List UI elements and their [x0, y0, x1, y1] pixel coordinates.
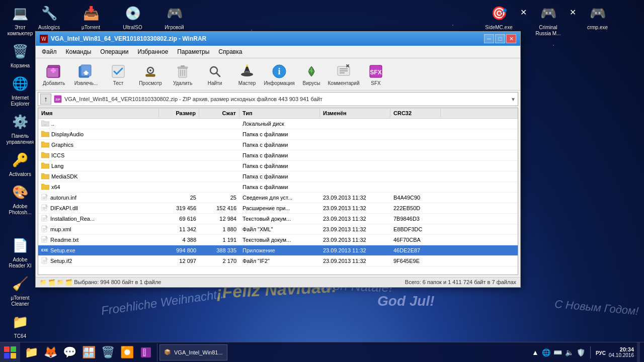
desktop-icon-activators[interactable]: 🔑 Activators — [4, 149, 36, 177]
file-row[interactable]: Installation_Rea... 69 616 12 984 Тексто… — [38, 214, 518, 224]
desktop-icon-criminal[interactable]: 🎮 Criminal Russia M... — [532, 3, 565, 37]
tray-volume[interactable]: 🔈 — [565, 348, 574, 356]
toolbar-sfx[interactable]: SFX SFX — [361, 60, 391, 88]
file-row[interactable]: Readme.txt 4 388 1 191 Текстовый докум..… — [38, 235, 518, 245]
toolbar-extract[interactable]: Извлечь... — [71, 60, 101, 88]
file-name-text: DIFxAPI.dll — [50, 205, 78, 211]
file-row[interactable]: mup.xml 11 342 1 880 Файл "XML" 23.09.20… — [38, 224, 518, 235]
menu-commands[interactable]: Команды — [62, 47, 96, 57]
menu-operations[interactable]: Операции — [96, 47, 132, 57]
cell-type: Папка с файлами — [239, 162, 320, 169]
tray-expand[interactable]: ▲ — [532, 348, 539, 356]
address-dropdown[interactable]: ▼ — [511, 97, 516, 102]
toolbar-add[interactable]: Добавить — [39, 60, 69, 88]
cell-modified: 23.09.2013 11:32 — [320, 226, 390, 233]
column-header-modified[interactable]: Изменён — [320, 109, 390, 117]
svg-rect-3 — [52, 68, 54, 73]
taskbar-icon-explorer[interactable]: 📁 — [22, 343, 40, 361]
file-row[interactable]: Setup.if2 12 097 2 170 Файл "IF2" 23.09.… — [38, 256, 518, 266]
toolbar-comment[interactable]: Комментарий — [329, 60, 359, 88]
cell-type: Локальный диск — [239, 120, 320, 127]
svg-point-20 — [241, 72, 253, 76]
file-row[interactable]: EXE Setup.exe 994 800 388 335 Приложение… — [38, 245, 518, 256]
svg-rect-54 — [43, 228, 47, 229]
bottom-left-icons-area: 📄 Adobe Reader XI 🧹 µTorrent Cleaner 📁 T… — [4, 235, 36, 339]
start-button[interactable] — [0, 342, 20, 363]
column-header-packed[interactable]: Сжат — [199, 109, 239, 117]
toolbar-delete[interactable]: Удалить — [168, 60, 198, 88]
column-header-crc[interactable]: CRC32 — [390, 109, 441, 117]
toolbar-find[interactable]: Найти — [200, 60, 230, 88]
file-row[interactable]: Lang Папка с файлами — [38, 161, 518, 171]
minimize-button[interactable]: ─ — [484, 34, 494, 43]
file-row[interactable]: .. .. Локальный диск — [38, 119, 518, 129]
clock[interactable]: 20:34 04.10.2016 — [609, 346, 634, 358]
desktop-icon-game[interactable]: 🎮 Игровой — [158, 3, 191, 31]
cell-name: Graphics — [38, 140, 159, 149]
menu-help[interactable]: Справка — [214, 47, 246, 57]
desktop-icon-utorrent[interactable]: 📥 µTorrent — [74, 3, 107, 31]
svg-rect-59 — [43, 239, 47, 239]
cell-size — [159, 144, 199, 145]
sfx-icon: SFX — [367, 62, 385, 80]
taskbar-icon-skype[interactable]: 💬 — [60, 343, 78, 361]
navigate-up-button[interactable]: ↑ — [40, 94, 51, 105]
file-row[interactable]: MediaSDK Папка с файлами — [38, 171, 518, 182]
taskbar-icon-rec[interactable]: ⏺️ — [118, 343, 136, 361]
desktop-icon-tc64[interactable]: 📁 TC64 — [4, 311, 36, 339]
tray-keyboard[interactable]: ⌨️ — [553, 348, 562, 356]
menu-favorites[interactable]: Избранное — [134, 47, 173, 57]
file-type-icon — [41, 172, 49, 180]
file-row[interactable]: autorun.inf 25 25 Сведения для уст... 23… — [38, 193, 518, 203]
desktop-icon-adobe-ps[interactable]: 🎨 Adobe Photosh... — [4, 182, 36, 216]
cell-packed — [199, 144, 239, 145]
desktop-icon-control-panel[interactable]: ⚙️ Панель управления — [4, 111, 36, 145]
desktop-icon-ultraiso[interactable]: 💿 UltraISO — [116, 3, 149, 31]
desktop-icon-ie[interactable]: 🌐 Internet Explorer — [4, 73, 36, 107]
column-header-name[interactable]: Имя — [38, 109, 159, 117]
utorrent-icon: 📥 — [80, 3, 102, 24]
toolbar-wizard[interactable]: Мастер — [232, 60, 262, 88]
menu-settings[interactable]: Параметры — [173, 47, 213, 57]
toolbar-test[interactable]: Тест — [103, 60, 133, 88]
desktop-icon-crmp[interactable]: 🎮 crmp.exe — [581, 3, 614, 31]
taskbar-icon-yandex[interactable]: 🦊 — [41, 343, 59, 361]
column-header-size[interactable]: Размер — [159, 109, 199, 117]
desktop-icon-utorrent-cleaner[interactable]: 🧹 µTorrent Cleaner — [4, 273, 36, 307]
tray-shield[interactable]: 🛡️ — [577, 348, 585, 356]
maximize-button[interactable]: □ — [495, 34, 505, 43]
toolbar-info[interactable]: i Информация — [264, 60, 294, 88]
menu-file[interactable]: Файл — [38, 47, 61, 57]
desktop-icon-sidemc[interactable]: 🎯 SideMC.exe — [482, 3, 515, 31]
cell-name: x64 — [38, 183, 159, 192]
taskbar-icon-winrar-app[interactable] — [137, 343, 155, 361]
taskbar-icon-trash[interactable]: 🗑️ — [99, 343, 117, 361]
file-row[interactable]: DIFxAPI.dll 319 456 152 416 Расширение п… — [38, 203, 518, 214]
cell-modified: 23.09.2013 11:32 — [320, 247, 390, 254]
cell-modified: 23.09.2013 11:32 — [320, 215, 390, 222]
cell-name: autorun.inf — [38, 193, 159, 202]
desktop-icon-recycle-bin[interactable]: 🗑️ Корзина — [4, 41, 36, 69]
tray-language[interactable]: РУС — [596, 348, 606, 356]
toolbar-virus[interactable]: Вирусы — [296, 60, 327, 88]
desktop-icon-auslogics[interactable]: 🔧 Auslogics — [33, 3, 65, 31]
cell-packed: 12 984 — [199, 215, 239, 222]
close-top-icon-2[interactable]: ✕ — [570, 8, 576, 17]
column-header-type[interactable]: Тип — [239, 109, 320, 117]
tray-network[interactable]: 🌐 — [542, 348, 550, 356]
taskbar-icon-windows[interactable]: 🪟 — [79, 343, 98, 361]
close-button[interactable]: ✕ — [506, 34, 516, 43]
close-top-icon-1[interactable]: ✕ — [520, 8, 527, 17]
show-desktop-button[interactable] — [637, 342, 640, 363]
cell-size: 11 342 — [159, 226, 199, 233]
svg-rect-56 — [43, 230, 45, 231]
desktop-icon-my-computer[interactable]: 💻 Этот компьютер — [4, 3, 36, 37]
cell-packed: 1 880 — [199, 226, 239, 233]
file-row[interactable]: x64 Папка с файлами — [38, 182, 518, 193]
file-row[interactable]: Graphics Папка с файлами — [38, 140, 518, 150]
desktop-icon-adobe-reader[interactable]: 📄 Adobe Reader XI — [4, 235, 36, 269]
file-row[interactable]: ICCS Папка с файлами — [38, 150, 518, 161]
toolbar-view[interactable]: Просмотр — [135, 60, 166, 88]
file-row[interactable]: DisplayAudio Папка с файлами — [38, 129, 518, 140]
taskbar-winrar-item[interactable]: 📦 VGA_Intel_Win81... — [159, 344, 227, 360]
